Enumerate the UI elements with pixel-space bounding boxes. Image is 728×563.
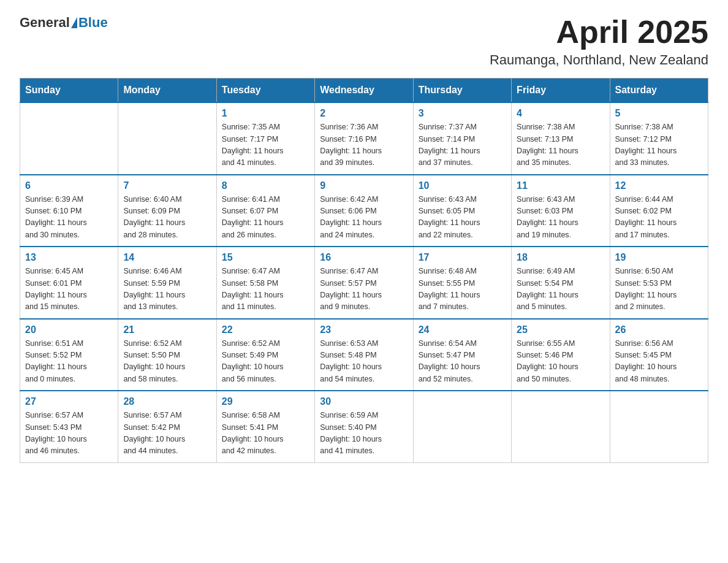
day-info: Sunrise: 6:58 AM Sunset: 5:41 PM Dayligh… <box>222 410 309 458</box>
day-number: 3 <box>419 108 506 119</box>
day-number: 22 <box>222 324 309 335</box>
day-number: 6 <box>25 180 113 191</box>
day-info: Sunrise: 6:53 AM Sunset: 5:48 PM Dayligh… <box>320 338 408 386</box>
day-info: Sunrise: 6:56 AM Sunset: 5:45 PM Dayligh… <box>615 338 703 386</box>
day-number: 8 <box>222 180 309 191</box>
day-info: Sunrise: 6:39 AM Sunset: 6:10 PM Dayligh… <box>25 194 113 242</box>
weekday-header-row: SundayMondayTuesdayWednesdayThursdayFrid… <box>20 79 708 103</box>
day-number: 25 <box>517 324 604 335</box>
day-cell: 10Sunrise: 6:43 AM Sunset: 6:05 PM Dayli… <box>413 175 511 247</box>
day-info: Sunrise: 6:57 AM Sunset: 5:42 PM Dayligh… <box>123 410 211 458</box>
day-cell <box>413 391 511 462</box>
logo-blue-text: Blue <box>78 15 108 31</box>
logo: General Blue <box>20 15 108 31</box>
day-cell: 1Sunrise: 7:35 AM Sunset: 7:17 PM Daylig… <box>216 102 314 175</box>
day-number: 16 <box>320 252 408 263</box>
day-number: 24 <box>419 324 506 335</box>
week-row-1: 1Sunrise: 7:35 AM Sunset: 7:17 PM Daylig… <box>20 102 708 175</box>
day-cell: 29Sunrise: 6:58 AM Sunset: 5:41 PM Dayli… <box>216 391 314 462</box>
day-number: 28 <box>123 396 211 407</box>
day-info: Sunrise: 6:49 AM Sunset: 5:54 PM Dayligh… <box>517 266 604 313</box>
day-cell: 28Sunrise: 6:57 AM Sunset: 5:42 PM Dayli… <box>118 391 216 462</box>
day-cell: 4Sunrise: 7:38 AM Sunset: 7:13 PM Daylig… <box>512 102 610 175</box>
weekday-header-friday: Friday <box>512 79 610 103</box>
day-info: Sunrise: 6:40 AM Sunset: 6:09 PM Dayligh… <box>123 194 211 242</box>
day-info: Sunrise: 6:59 AM Sunset: 5:40 PM Dayligh… <box>320 410 408 458</box>
day-info: Sunrise: 6:47 AM Sunset: 5:58 PM Dayligh… <box>222 266 309 313</box>
day-number: 21 <box>123 324 211 335</box>
day-cell: 20Sunrise: 6:51 AM Sunset: 5:52 PM Dayli… <box>20 319 118 391</box>
day-cell: 21Sunrise: 6:52 AM Sunset: 5:50 PM Dayli… <box>118 319 216 391</box>
day-number: 19 <box>615 252 703 263</box>
day-cell <box>118 102 216 175</box>
day-cell: 24Sunrise: 6:54 AM Sunset: 5:47 PM Dayli… <box>413 319 511 391</box>
day-info: Sunrise: 6:47 AM Sunset: 5:57 PM Dayligh… <box>320 266 408 313</box>
day-number: 5 <box>615 108 703 119</box>
day-number: 4 <box>517 108 604 119</box>
day-cell <box>610 391 708 462</box>
day-info: Sunrise: 6:41 AM Sunset: 6:07 PM Dayligh… <box>222 194 309 242</box>
day-number: 13 <box>25 252 113 263</box>
weekday-header-saturday: Saturday <box>610 79 708 103</box>
day-cell: 17Sunrise: 6:48 AM Sunset: 5:55 PM Dayli… <box>413 247 511 319</box>
day-info: Sunrise: 6:50 AM Sunset: 5:53 PM Dayligh… <box>615 266 703 313</box>
day-info: Sunrise: 6:54 AM Sunset: 5:47 PM Dayligh… <box>419 338 506 386</box>
day-number: 11 <box>517 180 604 191</box>
day-number: 23 <box>320 324 408 335</box>
day-info: Sunrise: 6:52 AM Sunset: 5:49 PM Dayligh… <box>222 338 309 386</box>
day-cell: 6Sunrise: 6:39 AM Sunset: 6:10 PM Daylig… <box>20 175 118 247</box>
day-cell: 27Sunrise: 6:57 AM Sunset: 5:43 PM Dayli… <box>20 391 118 462</box>
day-cell: 3Sunrise: 7:37 AM Sunset: 7:14 PM Daylig… <box>413 102 511 175</box>
day-info: Sunrise: 7:35 AM Sunset: 7:17 PM Dayligh… <box>222 121 309 169</box>
day-number: 17 <box>419 252 506 263</box>
week-row-5: 27Sunrise: 6:57 AM Sunset: 5:43 PM Dayli… <box>20 391 708 462</box>
calendar-table: SundayMondayTuesdayWednesdayThursdayFrid… <box>20 78 708 463</box>
month-title: April 2025 <box>490 15 708 50</box>
day-number: 15 <box>222 252 309 263</box>
day-info: Sunrise: 6:52 AM Sunset: 5:50 PM Dayligh… <box>123 338 211 386</box>
day-number: 1 <box>222 108 309 119</box>
day-info: Sunrise: 6:55 AM Sunset: 5:46 PM Dayligh… <box>517 338 604 386</box>
weekday-header-monday: Monday <box>118 79 216 103</box>
day-info: Sunrise: 6:51 AM Sunset: 5:52 PM Dayligh… <box>25 338 113 386</box>
day-number: 29 <box>222 396 309 407</box>
week-row-4: 20Sunrise: 6:51 AM Sunset: 5:52 PM Dayli… <box>20 319 708 391</box>
day-number: 26 <box>615 324 703 335</box>
day-info: Sunrise: 7:36 AM Sunset: 7:16 PM Dayligh… <box>320 121 408 169</box>
day-number: 10 <box>419 180 506 191</box>
day-cell: 14Sunrise: 6:46 AM Sunset: 5:59 PM Dayli… <box>118 247 216 319</box>
day-cell: 22Sunrise: 6:52 AM Sunset: 5:49 PM Dayli… <box>216 319 314 391</box>
day-info: Sunrise: 6:46 AM Sunset: 5:59 PM Dayligh… <box>123 266 211 313</box>
day-info: Sunrise: 7:38 AM Sunset: 7:12 PM Dayligh… <box>615 121 703 169</box>
day-cell: 5Sunrise: 7:38 AM Sunset: 7:12 PM Daylig… <box>610 102 708 175</box>
day-number: 20 <box>25 324 113 335</box>
day-cell: 13Sunrise: 6:45 AM Sunset: 6:01 PM Dayli… <box>20 247 118 319</box>
weekday-header-wednesday: Wednesday <box>315 79 413 103</box>
day-info: Sunrise: 6:57 AM Sunset: 5:43 PM Dayligh… <box>25 410 113 458</box>
day-cell <box>512 391 610 462</box>
week-row-2: 6Sunrise: 6:39 AM Sunset: 6:10 PM Daylig… <box>20 175 708 247</box>
day-info: Sunrise: 6:43 AM Sunset: 6:05 PM Dayligh… <box>419 194 506 242</box>
day-cell: 8Sunrise: 6:41 AM Sunset: 6:07 PM Daylig… <box>216 175 314 247</box>
day-info: Sunrise: 7:38 AM Sunset: 7:13 PM Dayligh… <box>517 121 604 169</box>
day-cell: 11Sunrise: 6:43 AM Sunset: 6:03 PM Dayli… <box>512 175 610 247</box>
day-cell: 26Sunrise: 6:56 AM Sunset: 5:45 PM Dayli… <box>610 319 708 391</box>
day-info: Sunrise: 7:37 AM Sunset: 7:14 PM Dayligh… <box>419 121 506 169</box>
day-info: Sunrise: 6:45 AM Sunset: 6:01 PM Dayligh… <box>25 266 113 313</box>
day-number: 2 <box>320 108 408 119</box>
day-cell <box>20 102 118 175</box>
day-cell: 7Sunrise: 6:40 AM Sunset: 6:09 PM Daylig… <box>118 175 216 247</box>
day-number: 9 <box>320 180 408 191</box>
day-cell: 15Sunrise: 6:47 AM Sunset: 5:58 PM Dayli… <box>216 247 314 319</box>
weekday-header-sunday: Sunday <box>20 79 118 103</box>
day-number: 18 <box>517 252 604 263</box>
title-block: April 2025 Raumanga, Northland, New Zeal… <box>490 15 708 68</box>
day-cell: 9Sunrise: 6:42 AM Sunset: 6:06 PM Daylig… <box>315 175 413 247</box>
day-cell: 23Sunrise: 6:53 AM Sunset: 5:48 PM Dayli… <box>315 319 413 391</box>
day-cell: 25Sunrise: 6:55 AM Sunset: 5:46 PM Dayli… <box>512 319 610 391</box>
logo-triangle-icon <box>71 17 77 28</box>
weekday-header-tuesday: Tuesday <box>216 79 314 103</box>
day-cell: 19Sunrise: 6:50 AM Sunset: 5:53 PM Dayli… <box>610 247 708 319</box>
day-number: 30 <box>320 396 408 407</box>
logo-general-text: General <box>20 15 70 31</box>
